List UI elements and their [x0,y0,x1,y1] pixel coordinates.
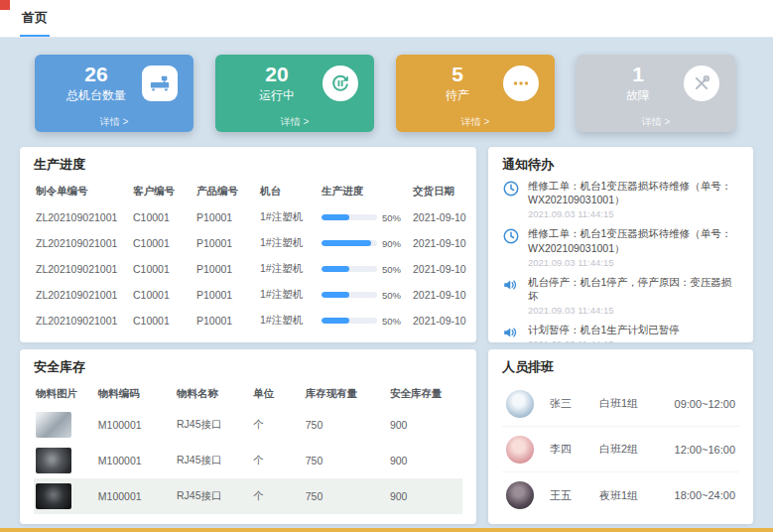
detail-link[interactable]: 详情 > [396,115,555,129]
progress-label: 50% [382,212,401,223]
progress-label: 50% [382,316,401,327]
progress-label: 90% [382,238,401,249]
machine: 1#注塑机 [258,282,320,308]
column-header: 客户编号 [131,179,194,204]
delivery-date: 2021-09-10 [411,256,476,282]
progress-label: 50% [382,290,401,301]
topbar: 首页 [0,0,773,38]
shift-time: 12:00~16:00 [675,444,739,456]
table-row: M100001 RJ45接口 个 750 900 [34,443,462,478]
progress-bar [322,266,377,272]
progress-bar-fill [322,240,371,246]
table-row: ZL202109021001 C10001 P10001 1#注塑机 50% 2… [34,282,476,308]
detail-link[interactable]: 详情 > [577,115,735,129]
unit: 个 [251,443,304,478]
customer-no: C10001 [131,204,194,230]
delivery-date: 2021-09-10 [411,230,476,256]
stat-card-fault[interactable]: 1 故障 详情 > [577,55,735,132]
table-row: ZL202109021001 C10001 P10001 1#注塑机 50% 2… [34,204,476,230]
stat-card-standby[interactable]: 5 待产 详情 > [396,55,555,132]
tab-home[interactable]: 首页 [20,0,50,37]
fault-icon [684,66,719,101]
column-header: 库存现有量 [304,381,388,407]
notification-item[interactable]: 计划暂停：机台1生产计划已暂停 2021.09.03 11:44:15 [502,323,739,342]
schedule-row: 李四 白班2组 12:00~16:00 [502,427,739,472]
machine: 1#注塑机 [258,204,320,230]
progress-bar-fill [322,266,349,272]
dashboard-grid: 生产进度 制令单编号 客户编号 产品编号 机台 生产进度 交货日期 ZL2021… [20,147,753,524]
clock-icon [502,180,520,198]
card-text: 20 运行中 [231,64,322,104]
progress: 90% [322,238,409,249]
table-row: ZL202109021001 C10001 P10001 1#注塑机 50% 2… [34,256,476,282]
detail-link[interactable]: 详情 > [35,115,193,129]
table-header-row: 制令单编号 客户编号 产品编号 机台 生产进度 交货日期 [34,179,476,204]
notification-text: 维修工单：机台1变压器损坏待维修（单号：WX202109031001） [528,226,739,254]
safety-stock: 900 [388,478,462,514]
progress: 50% [322,316,409,327]
machine: 1#注塑机 [258,230,320,256]
table-row: M100001 RJ45接口 个 750 900 [34,478,462,514]
customer-no: C10001 [131,282,194,308]
detail-link[interactable]: 详情 > [215,115,374,129]
stat-value: 5 [451,64,463,84]
stat-cards: 26 总机台数量 详情 > 20 运行中 详情 > 5 待产 [35,55,735,132]
card-main: 20 运行中 [215,55,374,112]
staff-name: 王五 [550,488,599,503]
panel-production-progress: 生产进度 制令单编号 客户编号 产品编号 机台 生产进度 交货日期 ZL2021… [20,147,476,342]
staff-name: 张三 [550,396,599,411]
stat-label: 待产 [446,87,469,104]
panel-title: 通知待办 [502,156,739,174]
speaker-icon [502,324,520,341]
card-text: 5 待产 [412,64,503,104]
panel-title: 安全库存 [34,358,462,376]
notification-item[interactable]: 维修工单：机台1变压器损坏待维修（单号：WX202109031001） 2021… [502,179,739,219]
material-name: RJ45接口 [175,443,251,478]
progress-bar-fill [322,292,349,298]
notification-time: 2021.09.03 11:44:15 [528,305,739,316]
progress-bar-fill [322,318,349,324]
column-header: 物料名称 [175,381,251,407]
stat-value: 26 [84,64,107,84]
panel-notifications: 通知待办 维修工单：机台1变压器损坏待维修（单号：WX202109031001）… [488,147,753,342]
card-text: 26 总机台数量 [51,64,142,104]
notification-item[interactable]: 维修工单：机台1变压器损坏待维修（单号：WX202109031001） 2021… [502,226,739,267]
product-no: P10001 [194,256,258,282]
inventory-table: 物料图片 物料编码 物料名称 单位 库存现有量 安全库存量 M100001 RJ… [34,381,462,514]
column-header: 安全库存量 [388,381,462,407]
speaker-icon [502,276,520,294]
stat-value: 1 [632,64,644,84]
notification-item[interactable]: 机台停产：机台1停产，停产原因：变压器损坏 2021.09.03 11:44:1… [502,275,739,316]
safety-stock: 900 [388,443,462,478]
notification-time: 2021.09.03 11:44:15 [528,208,739,219]
current-stock: 750 [304,407,388,443]
panel-safety-stock: 安全库存 物料图片 物料编码 物料名称 单位 库存现有量 安全库存量 M1000… [20,349,476,524]
stat-card-running[interactable]: 20 运行中 详情 > [215,55,374,132]
bottom-strip [0,528,773,532]
stat-value: 20 [265,64,288,84]
column-header: 单位 [251,381,304,407]
material-code: M100001 [96,478,175,514]
notification-body: 机台停产：机台1停产，停产原因：变压器损坏 2021.09.03 11:44:1… [528,275,739,316]
column-header: 交货日期 [411,179,476,204]
progress: 50% [322,264,409,275]
current-stock: 750 [304,443,388,478]
product-no: P10001 [194,308,258,333]
column-header: 物料图片 [34,381,96,407]
notification-body: 计划暂停：机台1生产计划已暂停 2021.09.03 11:44:15 [528,323,739,342]
order-no: ZL202109021001 [34,256,131,282]
notification-body: 维修工单：机台1变压器损坏待维修（单号：WX202109031001） 2021… [528,179,739,219]
column-header: 物料编码 [96,381,175,407]
material-name: RJ45接口 [175,478,251,514]
unit: 个 [251,407,304,443]
progress-bar [322,292,377,298]
order-no: ZL202109021001 [34,230,131,256]
staff-name: 李四 [550,442,599,457]
notification-body: 维修工单：机台1变压器损坏待维修（单号：WX202109031001） 2021… [528,226,739,267]
window-corner-mark [0,0,10,10]
product-no: P10001 [194,204,258,230]
shift-time: 18:00~24:00 [675,489,739,501]
stat-card-total-machines[interactable]: 26 总机台数量 详情 > [35,55,193,132]
progress-bar-fill [322,214,349,220]
column-header: 制令单编号 [34,179,131,204]
